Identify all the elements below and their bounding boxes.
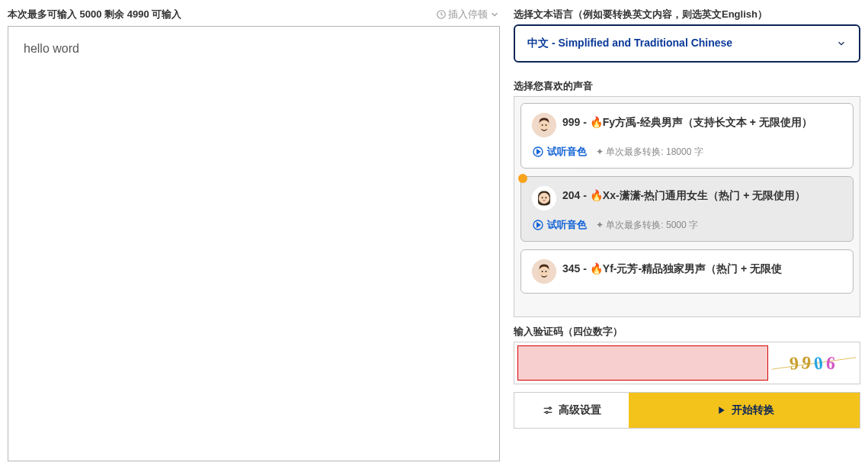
voice-label: 选择您喜欢的声音 bbox=[514, 79, 860, 93]
insert-pause-button[interactable]: 插入停顿 bbox=[436, 8, 500, 21]
avatar bbox=[532, 259, 556, 284]
voice-name: 204 - 🔥Xx-潇潇-热门通用女生（热门 + 无限使用） bbox=[562, 186, 842, 205]
advanced-settings-button[interactable]: 高级设置 bbox=[514, 393, 629, 428]
voice-name: 999 - 🔥Fy方禹-经典男声（支持长文本 + 无限使用） bbox=[562, 113, 842, 132]
svg-point-14 bbox=[545, 271, 546, 272]
captcha-input[interactable] bbox=[517, 345, 768, 381]
language-select[interactable]: 中文 - Simplified and Traditional Chinese bbox=[514, 24, 860, 63]
selected-indicator bbox=[518, 174, 527, 183]
preview-button[interactable]: 试听音色 bbox=[532, 145, 587, 159]
svg-point-13 bbox=[542, 271, 543, 272]
avatar bbox=[532, 113, 556, 137]
convert-button[interactable]: 开始转换 bbox=[629, 393, 860, 428]
voice-list[interactable]: 999 - 🔥Fy方禹-经典男声（支持长文本 + 无限使用）试听音色✦ 单次最多… bbox=[514, 96, 860, 317]
svg-point-8 bbox=[542, 197, 543, 198]
voice-card-204[interactable]: 204 - 🔥Xx-潇潇-热门通用女生（热门 + 无限使用）试听音色✦ 单次最多… bbox=[520, 176, 854, 242]
captcha-image[interactable]: 9906 bbox=[771, 345, 857, 381]
voice-name: 345 - 🔥Yf-元芳-精品独家男声（热门 + 无限使 bbox=[562, 259, 842, 278]
voice-card-345[interactable]: 345 - 🔥Yf-元芳-精品独家男声（热门 + 无限使 bbox=[520, 249, 854, 294]
captcha-label: 输入验证码（四位数字） bbox=[514, 325, 860, 339]
text-input[interactable] bbox=[8, 26, 500, 461]
chevron-down-icon bbox=[836, 38, 847, 49]
svg-point-4 bbox=[545, 124, 546, 126]
clock-icon bbox=[436, 9, 447, 20]
svg-point-3 bbox=[542, 124, 543, 126]
voice-card-999[interactable]: 999 - 🔥Fy方禹-经典男声（支持长文本 + 无限使用）试听音色✦ 单次最多… bbox=[520, 103, 854, 169]
avatar bbox=[532, 186, 556, 210]
svg-point-7 bbox=[539, 193, 549, 204]
svg-point-9 bbox=[545, 197, 546, 198]
language-selected: 中文 - Simplified and Traditional Chinese bbox=[527, 37, 732, 50]
play-icon bbox=[715, 404, 727, 416]
char-counter: 本次最多可输入 5000 剩余 4990 可输入 bbox=[8, 8, 181, 21]
voice-meta: ✦ 单次最多转换: 18000 字 bbox=[596, 146, 703, 159]
svg-point-15 bbox=[549, 407, 551, 410]
preview-button[interactable]: 试听音色 bbox=[532, 218, 587, 232]
sliders-icon bbox=[542, 404, 554, 416]
svg-point-16 bbox=[546, 411, 548, 413]
svg-point-12 bbox=[539, 267, 549, 278]
language-label: 选择文本语言（例如要转换英文内容，则选英文English） bbox=[514, 8, 860, 21]
voice-meta: ✦ 单次最多转换: 5000 字 bbox=[596, 219, 698, 232]
chevron-down-icon bbox=[489, 9, 500, 20]
svg-point-2 bbox=[539, 120, 549, 131]
